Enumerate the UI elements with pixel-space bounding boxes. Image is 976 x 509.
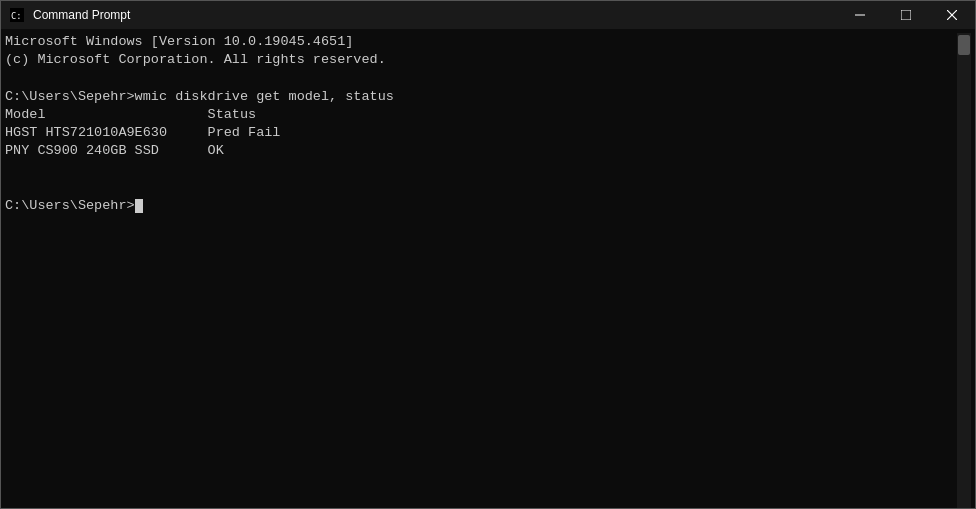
terminal-line-6: HGST HTS721010A9E630 Pred Fail <box>5 125 280 140</box>
svg-rect-2 <box>855 15 865 16</box>
terminal-line-2: (c) Microsoft Corporation. All rights re… <box>5 52 386 67</box>
svg-rect-3 <box>901 10 911 20</box>
maximize-button[interactable] <box>883 1 929 29</box>
terminal-line-1: Microsoft Windows [Version 10.0.19045.46… <box>5 34 353 49</box>
content-area: Microsoft Windows [Version 10.0.19045.46… <box>1 29 975 508</box>
cmd-icon: C: <box>7 5 27 25</box>
window-title: Command Prompt <box>33 8 837 22</box>
close-button[interactable] <box>929 1 975 29</box>
command-prompt-window: C: Command Prompt Mi <box>0 0 976 509</box>
svg-text:C:: C: <box>11 11 22 21</box>
scrollbar-thumb[interactable] <box>958 35 970 55</box>
terminal-line-7: PNY CS900 240GB SSD OK <box>5 143 224 158</box>
titlebar: C: Command Prompt <box>1 1 975 29</box>
minimize-button[interactable] <box>837 1 883 29</box>
titlebar-controls <box>837 1 975 29</box>
terminal-line-5: Model Status <box>5 107 256 122</box>
scrollbar[interactable] <box>957 33 971 508</box>
cursor <box>135 199 143 213</box>
terminal-line-10: C:\Users\Sepehr> <box>5 198 135 213</box>
terminal-output[interactable]: Microsoft Windows [Version 10.0.19045.46… <box>5 33 957 508</box>
terminal-line-4: C:\Users\Sepehr>wmic diskdrive get model… <box>5 89 394 104</box>
